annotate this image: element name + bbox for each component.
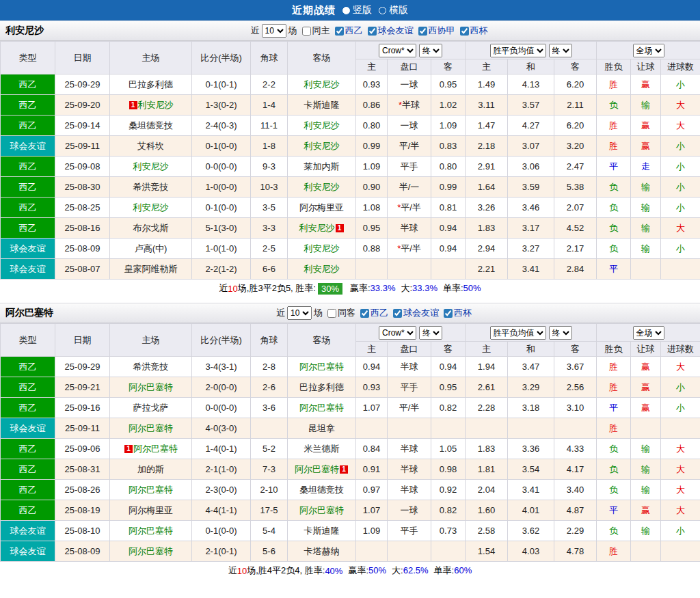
league-filter[interactable]: 球会友谊 <box>365 25 414 37</box>
team-name-link[interactable]: 阿尔梅里亚 <box>129 505 173 515</box>
team-name-link[interactable]: 布尔戈斯 <box>133 223 169 233</box>
league-filter[interactable]: 西协甲 <box>416 25 455 37</box>
avg-type-select[interactable]: 胜平负均值 <box>490 44 546 57</box>
same-side-filter[interactable]: 同主 <box>299 25 330 37</box>
result-cell: 胜 <box>597 418 631 439</box>
league-checkbox[interactable] <box>368 27 377 36</box>
odds-away-cell: 0.98 <box>431 459 466 480</box>
sub-col-header: 让球 <box>631 59 661 74</box>
home-team-cell: 阿尔巴塞特 <box>110 418 192 439</box>
team-name-link[interactable]: 利安尼沙1 <box>299 223 345 233</box>
col-header: 类型 <box>1 324 55 357</box>
team-name-link[interactable]: 阿尔巴塞特 <box>129 423 173 433</box>
red-card-badge: 1 <box>124 445 133 453</box>
league-filter[interactable]: 西杯 <box>441 307 472 319</box>
stat-value: 33.3% <box>371 283 396 293</box>
league-checkbox[interactable] <box>360 309 369 318</box>
team-name-link[interactable]: 阿尔巴塞特 <box>129 382 173 392</box>
summary-stat: 单率:60% <box>434 565 472 577</box>
team-name-link[interactable]: 莱加内斯 <box>304 161 340 172</box>
league-checkbox[interactable] <box>418 27 427 36</box>
team-name-link[interactable]: 阿尔巴塞特 <box>129 526 173 536</box>
layout-radio-vertical[interactable]: 竖版 <box>342 4 372 16</box>
team-name-link[interactable]: 米兰德斯 <box>304 444 340 454</box>
scope-select[interactable]: 全场 <box>633 44 664 57</box>
team-name-link[interactable]: 利安尼沙 <box>304 264 340 274</box>
team-name-link[interactable]: 1阿尔巴塞特 <box>124 444 178 454</box>
recent-label: 近 <box>251 25 260 37</box>
avg-stage-select[interactable]: 终 <box>549 44 572 57</box>
team-name-link[interactable]: 利安尼沙 <box>133 161 169 172</box>
team-name-link[interactable]: 利安尼沙 <box>304 120 340 131</box>
same-side-checkbox[interactable] <box>302 27 311 36</box>
team-name-link[interactable]: 卡塔赫纳 <box>304 546 340 556</box>
match-row: 西乙25-09-14桑坦德竞技2-4(0-3)11-1利安尼沙0.80一球1.0… <box>1 115 700 136</box>
team-name-link[interactable]: 萨拉戈萨 <box>133 403 169 413</box>
date-cell: 25-09-11 <box>55 418 110 439</box>
corner-cell: 3-6 <box>251 398 288 418</box>
avg-away-cell: 4.17 <box>554 459 597 480</box>
odds-company-select[interactable]: Crow* <box>379 326 416 340</box>
team-name-link[interactable]: 卢高(中) <box>135 243 167 254</box>
league-checkbox[interactable] <box>460 27 469 36</box>
team-name-link[interactable]: 1利安尼沙 <box>129 100 174 110</box>
same-side-checkbox[interactable] <box>327 309 336 318</box>
goals-cell: 大 <box>661 480 700 500</box>
summary-stat: 大:62.5% <box>392 565 429 577</box>
layout-options: 竖版横版 <box>342 4 408 16</box>
odds-home-cell: 1.08 <box>356 198 388 218</box>
same-side-filter[interactable]: 同客 <box>325 307 355 319</box>
sub-col-header: 和 <box>508 59 554 74</box>
avg-away-cell: 2.56 <box>554 377 597 398</box>
layout-option-label: 竖版 <box>353 4 372 16</box>
away-team-cell: 莱加内斯 <box>288 157 356 177</box>
team-name-link[interactable]: 阿尔巴塞特 <box>129 546 173 556</box>
match-row: 球会友谊25-08-07皇家阿维勒斯2-2(1-2)6-6利安尼沙2.213.4… <box>1 259 700 280</box>
team-name-link[interactable]: 阿尔巴塞特1 <box>295 464 349 474</box>
league-filter[interactable]: 球会友谊 <box>390 307 439 319</box>
recent-count-select[interactable]: 10 <box>287 306 312 320</box>
team-name-link[interactable]: 阿尔巴塞特 <box>129 485 173 495</box>
team-name-link[interactable]: 昆坦拿 <box>308 423 335 433</box>
scope-select[interactable]: 全场 <box>633 326 664 340</box>
league-cell: 西乙 <box>1 198 55 218</box>
odds-stage-select[interactable]: 终 <box>419 44 442 57</box>
team-name-link[interactable]: 巴拉多利德 <box>299 382 344 392</box>
league-checkbox[interactable] <box>335 27 344 36</box>
col-header: 比分(半场) <box>192 324 251 357</box>
league-filter[interactable]: 西乙 <box>332 25 363 37</box>
team-name-link[interactable]: 利安尼沙 <box>304 243 340 254</box>
summary-count: 10 <box>237 566 247 576</box>
layout-radio-horizontal[interactable]: 横版 <box>379 4 408 16</box>
league-filter[interactable]: 西乙 <box>358 307 388 319</box>
corner-cell: 17-5 <box>251 500 288 521</box>
team-name-link[interactable]: 巴拉多利德 <box>129 79 173 90</box>
team-name-link[interactable]: 利安尼沙 <box>304 182 340 192</box>
result-cell: 负 <box>597 439 631 459</box>
team-name-link[interactable]: 利安尼沙 <box>133 202 169 213</box>
team-name-link[interactable]: 卡斯迪隆 <box>304 526 340 536</box>
league-checkbox[interactable] <box>444 309 453 318</box>
team-name-link[interactable]: 桑坦德竞技 <box>299 485 344 495</box>
team-name-link[interactable]: 希洪竞技 <box>133 362 169 372</box>
odds-company-select[interactable]: Crow* <box>379 44 416 57</box>
team-name-link[interactable]: 阿尔巴塞特 <box>299 403 344 413</box>
odds-stage-select[interactable]: 终 <box>419 326 442 340</box>
team-name-link[interactable]: 阿尔梅里亚 <box>299 202 344 213</box>
team-name-link[interactable]: 利安尼沙 <box>304 141 340 151</box>
team-name-link[interactable]: 加的斯 <box>137 464 164 474</box>
team-name-link[interactable]: 桑坦德竞技 <box>129 120 173 131</box>
handicap-cell <box>388 259 431 280</box>
league-filter[interactable]: 西杯 <box>457 25 488 37</box>
team-name-link[interactable]: 利安尼沙 <box>304 79 340 90</box>
team-name-link[interactable]: 皇家阿维勒斯 <box>124 264 178 274</box>
team-name-link[interactable]: 阿尔巴塞特 <box>299 362 344 372</box>
team-name-link[interactable]: 艾科坎 <box>137 141 164 151</box>
avg-stage-select[interactable]: 终 <box>549 326 572 340</box>
league-checkbox[interactable] <box>393 309 402 318</box>
team-name-link[interactable]: 卡斯迪隆 <box>304 100 340 110</box>
avg-type-select[interactable]: 胜平负均值 <box>490 326 546 340</box>
team-name-link[interactable]: 阿尔巴塞特 <box>299 505 344 515</box>
team-name-link[interactable]: 希洪竞技 <box>133 182 169 192</box>
recent-count-select[interactable]: 10 <box>262 24 286 38</box>
